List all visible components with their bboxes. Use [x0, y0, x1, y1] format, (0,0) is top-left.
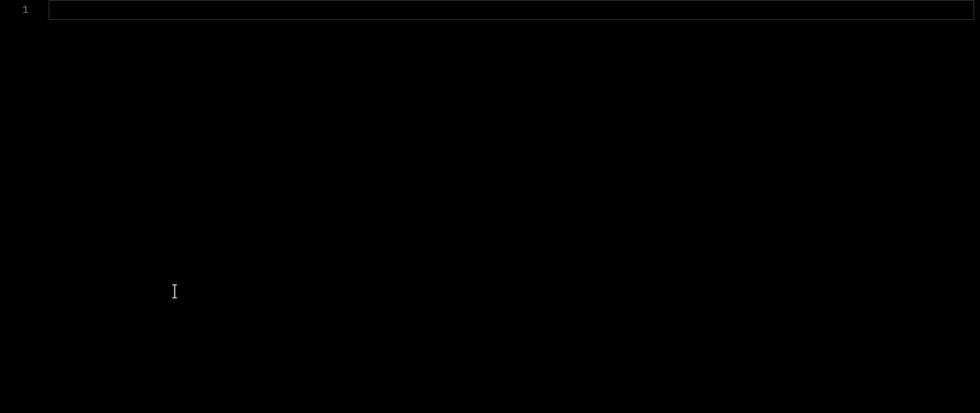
code-area[interactable]	[49, 0, 980, 413]
line-number: 1	[0, 0, 49, 16]
line-content[interactable]	[49, 0, 980, 16]
text-cursor-icon	[174, 285, 175, 298]
code-editor[interactable]: 1	[0, 0, 980, 413]
line-number-gutter: 1	[0, 0, 49, 413]
